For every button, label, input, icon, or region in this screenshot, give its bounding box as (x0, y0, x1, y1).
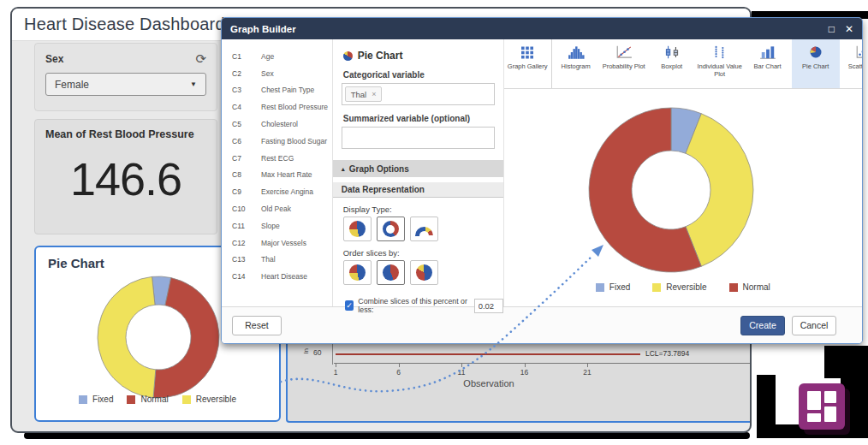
toolbar-item-pie-chart[interactable]: Pie Chart (792, 39, 840, 88)
kpi-value: 146.6 (45, 152, 206, 205)
column-row[interactable]: C4Rest Blood Pressure (232, 98, 332, 116)
combine-percent-input[interactable] (474, 299, 503, 313)
x-tick-mark (525, 364, 526, 367)
display-type-gauge-button[interactable] (410, 217, 438, 241)
display-type-pie-button[interactable] (343, 217, 372, 241)
column-row[interactable]: C14Heart Disease (232, 268, 332, 285)
data-representation-header: Data Representation (333, 182, 503, 198)
control-chart-x-axis-title: Observation (437, 378, 540, 389)
column-row[interactable]: C3Chest Pain Type (232, 82, 332, 99)
bar-chart-icon (759, 45, 776, 59)
donut-chart-preview: FixedReversibleNormal (504, 89, 862, 306)
legend-item: Normal (729, 282, 770, 292)
donut-icon (383, 221, 399, 237)
column-name: Heart Disease (261, 272, 307, 281)
pie-chart-icon (807, 45, 824, 59)
legend-item: Fixed (79, 395, 113, 404)
column-row[interactable]: C5Cholesterol (232, 116, 332, 133)
pie-order-icon (383, 264, 399, 281)
toolbar-item-histogram[interactable]: Histogram (552, 39, 600, 88)
x-tick-label: 1 (334, 368, 338, 377)
refresh-icon[interactable]: ⟳ (195, 52, 206, 65)
lcl-reference-line (336, 353, 640, 355)
legend-label: Reversible (666, 282, 706, 292)
column-row[interactable]: C12Major Vessels (232, 234, 332, 252)
toolbar-item-label: Pie Chart (802, 62, 829, 70)
builder-donut-legend: FixedReversibleNormal (504, 282, 862, 292)
chevron-down-icon: ▼ (190, 80, 197, 88)
legend-swatch (596, 283, 604, 292)
order-decreasing-button[interactable] (410, 260, 438, 285)
toolbar-item-graph-gallery[interactable]: Graph Gallery (504, 39, 552, 88)
column-id: C4 (232, 103, 261, 111)
column-id: C12 (232, 239, 261, 247)
sex-dropdown-value: Female (55, 79, 89, 91)
legend-item: Fixed (596, 282, 630, 292)
categorical-variable-label: Categorical variable (343, 70, 493, 80)
lcl-label: LCL=73.7894 (645, 349, 689, 358)
x-tick-label: 6 (396, 368, 401, 377)
collapse-icon: ▴ (342, 165, 345, 173)
column-id: C11 (232, 222, 261, 230)
dialog-titlebar[interactable]: Graph Builder □ ✕ (222, 18, 862, 39)
x-tick-mark (336, 364, 336, 367)
remove-tag-icon[interactable]: × (372, 90, 376, 98)
summarized-variable-input[interactable] (342, 127, 495, 149)
pie-chart-icon (343, 51, 353, 61)
individual-value-plot-icon (711, 45, 728, 59)
column-name: Max Heart Rate (261, 170, 312, 179)
column-id: C6 (232, 137, 261, 145)
toolbar-item-bar-chart[interactable]: Bar Chart (744, 39, 792, 88)
graph-builder-dialog: Graph Builder □ ✕ C1AgeC2SexC3Chest Pain… (221, 17, 863, 344)
x-tick-mark (399, 364, 400, 367)
display-type-options (343, 217, 503, 241)
column-row[interactable]: C8Max Heart Rate (232, 167, 332, 184)
order-default-button[interactable] (343, 260, 372, 285)
column-row[interactable]: C6Fasting Blood Sugar (232, 133, 332, 150)
column-row[interactable]: C2Sex (232, 65, 332, 82)
graph-options-header[interactable]: ▴ Graph Options (333, 160, 503, 177)
donut-slice-reversible[interactable] (686, 114, 753, 267)
close-icon[interactable]: ✕ (845, 24, 853, 34)
pie-solid-icon (349, 221, 366, 237)
cancel-button[interactable]: Cancel (792, 316, 836, 335)
toolbar-item-boxplot[interactable]: Boxplot (648, 39, 696, 88)
categorical-variable-input[interactable]: Thal × (342, 83, 495, 105)
order-increasing-button[interactable] (377, 260, 405, 285)
donut-slice-reversible[interactable] (98, 276, 156, 397)
toolbar-item-label: Boxplot (661, 62, 682, 70)
display-type-donut-button[interactable] (377, 217, 405, 241)
column-name: Rest ECG (261, 154, 294, 163)
toolbar-item-scatterplot[interactable]: Scatterplot (840, 39, 862, 88)
order-slices-options (343, 260, 503, 285)
legend-label: Normal (743, 282, 770, 292)
column-id: C3 (232, 86, 261, 94)
toolbar-item-probability-plot[interactable]: Probability Plot (600, 39, 648, 88)
maximize-icon[interactable]: □ (829, 24, 835, 34)
column-name: Slope (261, 222, 280, 230)
create-button[interactable]: Create (740, 316, 785, 335)
pie-order-icon (416, 264, 432, 281)
toolbar-item-label: Histogram (562, 62, 591, 70)
legend-swatch (79, 395, 87, 404)
data-representation-label: Data Representation (342, 185, 425, 194)
column-row[interactable]: C13Thal (232, 252, 332, 269)
logo-pane (807, 391, 821, 410)
column-row[interactable]: C7Rest ECG (232, 150, 332, 167)
legend-label: Fixed (609, 282, 630, 292)
column-row[interactable]: C11Slope (232, 217, 332, 234)
control-chart-card[interactable]: In 60 LCL=73.7894 Observation 16111621 (286, 334, 752, 423)
column-id: C2 (232, 69, 261, 78)
app-logo[interactable] (799, 383, 845, 430)
column-row[interactable]: C1Age (232, 48, 332, 65)
sex-dropdown[interactable]: Female ▼ (45, 73, 206, 96)
column-list: C1AgeC2SexC3Chest Pain TypeC4Rest Blood … (222, 39, 332, 306)
column-name: Old Peak (261, 205, 291, 213)
legend-item: Reversible (652, 282, 706, 292)
combine-slices-checkbox[interactable]: ✓ (345, 300, 354, 311)
toolbar-item-individual-value-plot[interactable]: Individual Value Plot (696, 39, 744, 88)
column-row[interactable]: C10Old Peak (232, 200, 332, 217)
reset-button[interactable]: Reset (232, 316, 282, 335)
column-name: Fasting Blood Sugar (261, 137, 327, 145)
column-row[interactable]: C9Exercise Angina (232, 183, 332, 200)
